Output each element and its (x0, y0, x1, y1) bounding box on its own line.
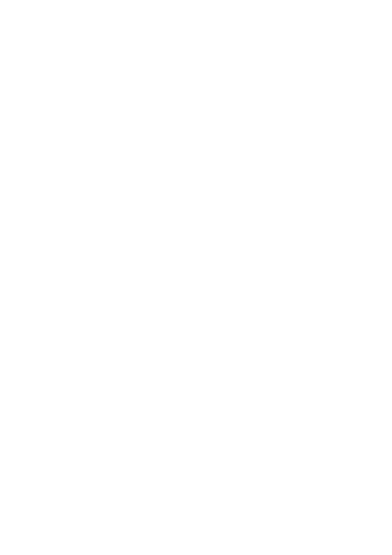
document-page (0, 0, 392, 555)
